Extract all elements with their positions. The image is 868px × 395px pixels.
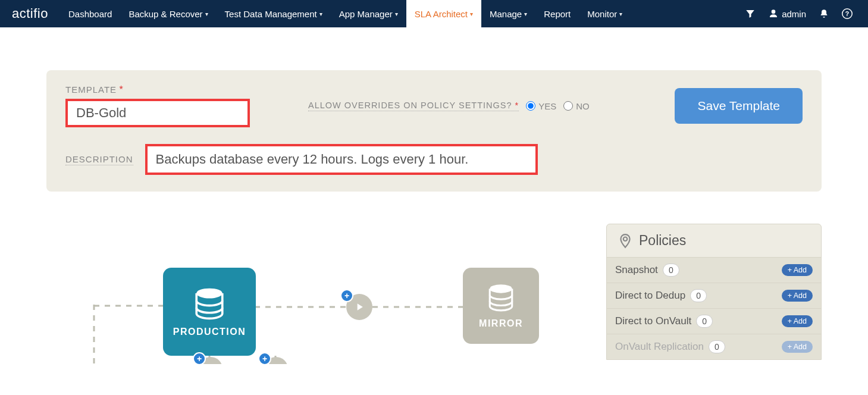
description-label: DESCRIPTION (65, 154, 133, 165)
svg-point-2 (196, 289, 223, 299)
policy-row-direct-dedup: Direct to Dedup 0 + Add (607, 283, 821, 308)
username: admin (782, 9, 806, 19)
filter-icon[interactable] (745, 8, 756, 19)
user-menu[interactable]: admin (769, 9, 806, 19)
override-label: ALLOW OVERRIDES ON POLICY SETTINGS? * (308, 101, 519, 111)
nav-items: Dashboard Backup & Recover▾ Test Data Ma… (60, 0, 631, 27)
nav-dashboard[interactable]: Dashboard (60, 0, 120, 27)
chevron-down-icon (271, 363, 281, 364)
required-marker: * (120, 84, 123, 95)
chevron-down-icon: ▾ (524, 11, 527, 17)
nav-app-manager[interactable]: App Manager▾ (331, 0, 406, 27)
play-icon (353, 301, 365, 313)
policy-count: 0 (696, 315, 713, 328)
policies-header: Policies (607, 224, 821, 257)
template-label: TEMPLATE (65, 84, 117, 95)
top-nav: actifio Dashboard Backup & Recover▾ Test… (0, 0, 868, 27)
add-snapshot-button[interactable]: + Add (782, 264, 813, 276)
bell-icon[interactable] (819, 9, 829, 18)
help-icon[interactable]: ? (842, 8, 853, 19)
save-template-button[interactable]: Save Template (675, 88, 803, 124)
nav-manage[interactable]: Manage▾ (481, 0, 535, 27)
brand-logo: actifio (0, 0, 60, 27)
override-yes[interactable]: YES (526, 101, 556, 111)
add-down-1-button[interactable]: + (193, 352, 206, 364)
nav-report[interactable]: Report (535, 0, 579, 27)
add-connector-button[interactable]: + (340, 289, 353, 302)
node-mirror[interactable]: MIRROR (463, 268, 539, 344)
description-input[interactable] (145, 144, 538, 175)
svg-text:?: ? (845, 10, 849, 17)
add-direct-dedup-button[interactable]: + Add (782, 290, 813, 302)
policy-count: 0 (709, 340, 725, 353)
add-onvault-replication-button: + Add (782, 341, 813, 353)
chevron-down-icon: ▾ (619, 11, 622, 17)
mirror-label: MIRROR (479, 318, 523, 329)
chevron-down-icon: ▾ (319, 11, 322, 17)
add-down-2-button[interactable]: + (258, 352, 271, 364)
policies-title: Policies (639, 233, 686, 249)
node-production[interactable]: PRODUCTION (163, 268, 256, 356)
add-direct-onvault-button[interactable]: + Add (782, 315, 813, 327)
policy-row-snapshot: Snapshot 0 + Add (607, 257, 821, 283)
nav-test-data-management[interactable]: Test Data Management▾ (217, 0, 331, 27)
database-icon (192, 286, 227, 321)
nav-monitor[interactable]: Monitor▾ (579, 0, 631, 27)
policy-count: 0 (663, 264, 679, 277)
user-icon (769, 9, 778, 18)
chevron-down-icon (205, 363, 216, 364)
policy-row-direct-onvault: Direct to OnVault 0 + Add (607, 308, 821, 334)
nav-backup-recover[interactable]: Backup & Recover▾ (120, 0, 216, 27)
svg-point-4 (623, 237, 628, 241)
policy-diagram: PRODUCTION MIRROR + + + (46, 227, 606, 364)
chevron-down-icon: ▾ (470, 11, 473, 17)
nav-right: admin ? (745, 0, 868, 27)
chevron-down-icon: ▾ (205, 11, 208, 17)
policies-panel: Policies Snapshot 0 + Add Direct to Dedu… (606, 224, 822, 360)
svg-point-3 (490, 284, 512, 293)
production-label: PRODUCTION (173, 327, 246, 337)
override-no[interactable]: NO (563, 101, 590, 111)
template-input[interactable] (65, 99, 250, 127)
pin-icon (618, 233, 633, 249)
template-form-card: TEMPLATE * ALLOW OVERRIDES ON POLICY SET… (46, 70, 822, 192)
database-icon (486, 283, 516, 312)
policy-row-onvault-replication: OnVault Replication 0 + Add (607, 334, 821, 359)
nav-sla-architect[interactable]: SLA Architect▾ (406, 0, 481, 27)
chevron-down-icon: ▾ (395, 11, 398, 17)
policy-count: 0 (690, 289, 707, 302)
